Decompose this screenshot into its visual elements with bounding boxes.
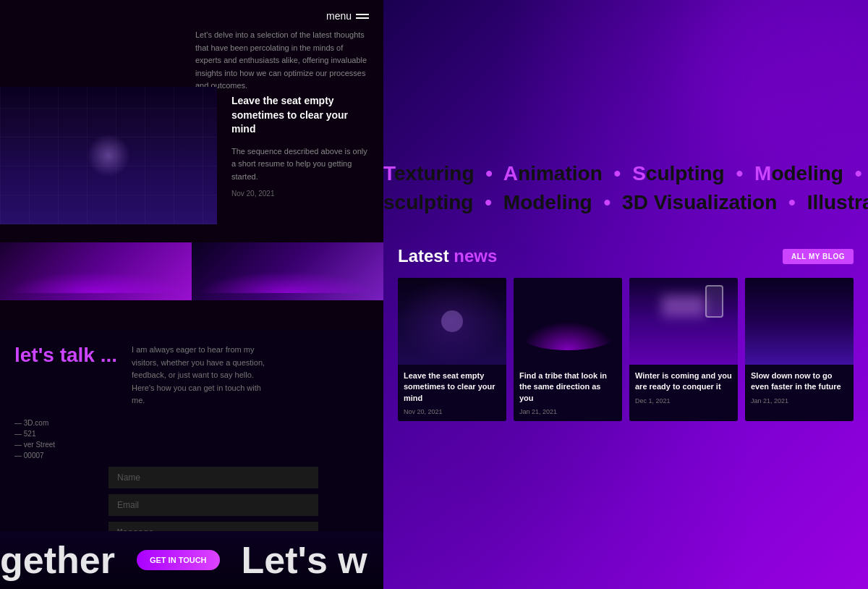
all-blog-button[interactable]: ALL MY BLOG xyxy=(783,249,854,264)
card-date-4: Jan 21, 2021 xyxy=(751,397,848,404)
card-date-1: Nov 20, 2021 xyxy=(404,408,501,415)
card-body-2: Find a tribe that look in the same direc… xyxy=(514,365,622,421)
ticker-container: Texturing • Animation • Sculpting • Mode… xyxy=(383,159,868,217)
menu-label: menu xyxy=(326,10,352,22)
footer-text-right: Let's w xyxy=(242,538,367,582)
neon-effect-a xyxy=(7,271,184,293)
contact-info-item: — 00007 xyxy=(14,452,369,459)
card-date-3: Dec 1, 2021 xyxy=(635,397,732,404)
hamburger-icon xyxy=(356,14,369,19)
card-title-2: Find a tribe that look in the same direc… xyxy=(519,370,616,404)
card-image-2 xyxy=(514,278,622,365)
get-in-touch-button[interactable]: GET IN TOUCH xyxy=(137,550,220,570)
featured-article: Leave the seat empty sometimes to clear … xyxy=(0,87,383,224)
news-card-3[interactable]: Winter is coming and you are ready to co… xyxy=(629,278,738,421)
menu-button[interactable]: menu xyxy=(326,10,369,22)
card-body-4: Slow down now to go even faster in the f… xyxy=(745,365,854,410)
card-body-1: Leave the seat empty sometimes to clear … xyxy=(398,365,506,421)
card-date-2: Jan 21, 2021 xyxy=(519,408,616,415)
news-title-white: Latest xyxy=(398,246,449,266)
bottom-image-a xyxy=(0,242,192,300)
tunnel-graphic xyxy=(0,87,217,224)
contact-info-item: — ver Street xyxy=(14,441,369,449)
lets-talk-text: let's talk ... xyxy=(14,344,117,367)
card-title-1: Leave the seat empty sometimes to clear … xyxy=(404,370,501,404)
bottom-image-b xyxy=(192,242,383,300)
footer-text-left: gether xyxy=(0,538,115,582)
news-header: Latest news ALL MY BLOG xyxy=(398,246,854,266)
ticker-row-1: Texturing • Animation • Sculpting • Mode… xyxy=(383,159,868,188)
tunnel-thumbnail xyxy=(398,278,506,365)
name-input[interactable] xyxy=(109,467,318,488)
contact-description: I am always eager to hear from my visito… xyxy=(132,344,276,407)
neon-thumbnail xyxy=(514,278,622,365)
neon-effect-b xyxy=(199,271,376,293)
featured-description: The sequence described above is only a s… xyxy=(231,145,369,184)
featured-date: Nov 20, 2021 xyxy=(231,190,369,198)
news-cards-grid: Leave the seat empty sometimes to clear … xyxy=(398,278,854,421)
phone-mockup xyxy=(705,285,723,318)
card-image-3 xyxy=(629,278,738,365)
footer-banner: gether GET IN TOUCH Let's w xyxy=(0,531,383,589)
card-image-4 xyxy=(745,278,854,365)
ticker-text-2: sculpting • Modeling • 3D Visualization … xyxy=(383,191,868,214)
news-section-title: Latest news xyxy=(398,246,497,266)
right-panel: Texturing • Animation • Sculpting • Mode… xyxy=(383,0,868,589)
ticker-row-2: sculpting • Modeling • 3D Visualization … xyxy=(383,188,868,217)
news-section: Latest news ALL MY BLOG Leave the seat e… xyxy=(383,232,868,589)
email-input[interactable] xyxy=(109,494,318,516)
featured-content: Leave the seat empty sometimes to clear … xyxy=(217,87,383,224)
news-card-1[interactable]: Leave the seat empty sometimes to clear … xyxy=(398,278,506,421)
ticker-text-1: Texturing • Animation • Sculpting • Mode… xyxy=(383,162,868,185)
menu-bar: menu xyxy=(312,0,383,32)
contact-info: — 3D.com — 521 — ver Street — 00007 xyxy=(14,419,369,459)
featured-title: Leave the seat empty sometimes to clear … xyxy=(231,94,369,137)
news-card-4[interactable]: Slow down now to go even faster in the f… xyxy=(745,278,854,421)
featured-image xyxy=(0,87,217,224)
card-title-4: Slow down now to go even faster in the f… xyxy=(751,370,848,393)
card-title-3: Winter is coming and you are ready to co… xyxy=(635,370,732,393)
contact-header: let's talk ... I am always eager to hear… xyxy=(14,344,369,407)
contact-info-item: — 3D.com xyxy=(14,419,369,427)
news-card-2[interactable]: Find a tribe that look in the same direc… xyxy=(514,278,622,421)
contact-info-item: — 521 xyxy=(14,430,369,438)
lets-talk-heading: let's talk ... xyxy=(14,344,117,407)
card-image-1 xyxy=(398,278,506,365)
card-body-3: Winter is coming and you are ready to co… xyxy=(629,365,738,410)
intro-text: Let's delve into a selection of the late… xyxy=(195,29,369,93)
wedding-thumbnail xyxy=(745,278,854,365)
bottom-images xyxy=(0,242,383,300)
left-panel: menu Let's delve into a selection of the… xyxy=(0,0,383,589)
news-title-accent: news xyxy=(454,246,497,266)
